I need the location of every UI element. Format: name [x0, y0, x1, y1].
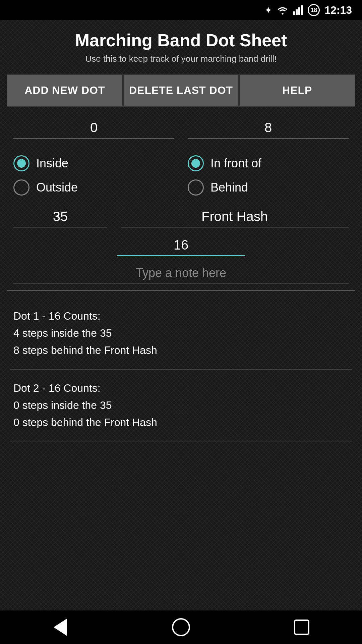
behind-radio-circle[interactable] [188, 179, 204, 196]
side-radio-group: Inside Outside [13, 155, 174, 196]
status-bar: ✦ 18 12:13 [0, 0, 362, 20]
in-front-of-radio-circle[interactable] [188, 155, 204, 171]
yardline-input[interactable] [188, 120, 349, 139]
help-button[interactable]: HELP [239, 74, 355, 107]
svg-rect-2 [298, 7, 300, 15]
yardline-number-col [13, 209, 107, 227]
delete-last-dot-button[interactable]: DELETE LAST DOT [123, 74, 239, 107]
in-front-of-radio-label: In front of [210, 156, 261, 170]
divider-1 [7, 290, 355, 291]
home-icon [172, 618, 190, 636]
svg-rect-1 [296, 9, 298, 15]
bluetooth-icon: ✦ [264, 5, 272, 16]
counts-input[interactable] [117, 237, 245, 256]
dot-item-1: Dot 1 - 16 Counts: 4 steps inside the 35… [10, 298, 352, 370]
steps-input[interactable] [13, 120, 174, 139]
app-subtitle: Use this to keep track of your marching … [7, 54, 355, 64]
dot-2-text: Dot 2 - 16 Counts: 0 steps inside the 35… [13, 380, 349, 431]
dot-1-text: Dot 1 - 16 Counts: 4 steps inside the 35… [13, 308, 349, 359]
add-new-dot-button[interactable]: ADD NEW DOT [7, 74, 123, 107]
svg-rect-0 [293, 11, 295, 15]
inside-radio-item[interactable]: Inside [13, 155, 174, 171]
hashmark-col [121, 209, 349, 227]
main-content: Marching Band Dot Sheet Use this to keep… [0, 30, 362, 441]
nav-bar [0, 610, 362, 644]
outside-radio-label: Outside [36, 180, 78, 195]
form-section: Inside Outside In front of Behind [7, 120, 355, 283]
inside-radio-circle[interactable] [13, 155, 29, 171]
inside-radio-label: Inside [36, 156, 68, 170]
note-input[interactable] [13, 266, 349, 283]
in-front-of-radio-item[interactable]: In front of [188, 155, 349, 171]
behind-radio-label: Behind [210, 180, 248, 195]
steps-yardline-row [13, 120, 349, 139]
dot-2-line1: Dot 2 - 16 Counts: [13, 382, 101, 394]
wifi-icon [277, 5, 288, 15]
home-button[interactable] [169, 615, 193, 639]
badge-18-icon: 18 [308, 4, 320, 16]
outside-radio-item[interactable]: Outside [13, 179, 174, 196]
status-time: 12:13 [324, 4, 352, 16]
outside-radio-circle[interactable] [13, 179, 29, 196]
dot-1-line2: 4 steps inside the 35 [13, 327, 112, 339]
dot-2-line2: 0 steps inside the 35 [13, 399, 112, 411]
counts-wrapper [117, 237, 245, 256]
yardline-number-input[interactable] [13, 209, 107, 227]
app-title: Marching Band Dot Sheet [7, 30, 355, 50]
yardline-col [188, 120, 349, 139]
behind-radio-item[interactable]: Behind [188, 179, 349, 196]
note-wrapper [13, 266, 349, 283]
svg-rect-3 [301, 5, 303, 15]
dot-2-line3: 0 steps behind the Front Hash [13, 416, 157, 428]
back-icon [54, 619, 67, 636]
hashmark-input[interactable] [121, 209, 349, 227]
back-button[interactable] [49, 615, 72, 639]
dot-item-2: Dot 2 - 16 Counts: 0 steps inside the 35… [10, 370, 352, 442]
dot-1-line3: 8 steps behind the Front Hash [13, 344, 157, 356]
front-back-radio-group: In front of Behind [188, 155, 349, 196]
hash-row [13, 209, 349, 227]
recents-button[interactable] [290, 615, 313, 639]
steps-col [13, 120, 174, 139]
dot-list: Dot 1 - 16 Counts: 4 steps inside the 35… [7, 298, 355, 441]
recents-icon [294, 620, 309, 635]
signal-icon [293, 5, 303, 15]
button-row: ADD NEW DOT DELETE LAST DOT HELP [7, 74, 355, 107]
radio-groups-row: Inside Outside In front of Behind [13, 149, 349, 196]
dot-1-line1: Dot 1 - 16 Counts: [13, 310, 101, 322]
status-icons: ✦ 18 12:13 [264, 4, 352, 16]
